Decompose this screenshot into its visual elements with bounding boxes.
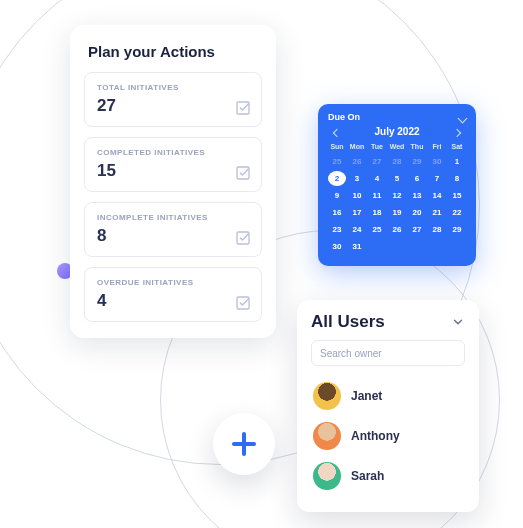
stat-card[interactable]: OVERDUE INITIATIVES4 <box>84 267 262 322</box>
calendar-day[interactable]: 4 <box>368 171 386 186</box>
calendar-day[interactable]: 15 <box>448 188 466 203</box>
stat-value: 8 <box>97 226 249 246</box>
calendar-month[interactable]: July 2022 <box>328 126 466 137</box>
calendar-day[interactable]: 28 <box>428 222 446 237</box>
calendar-day[interactable]: 2 <box>328 171 346 186</box>
stat-value: 15 <box>97 161 249 181</box>
calendar-day[interactable]: 31 <box>348 239 366 254</box>
stat-card[interactable]: COMPLETED INITIATIVES15 <box>84 137 262 192</box>
calendar-day[interactable]: 19 <box>388 205 406 220</box>
calendar-day[interactable]: 25 <box>368 222 386 237</box>
calendar-day[interactable]: 20 <box>408 205 426 220</box>
stat-label: OVERDUE INITIATIVES <box>97 278 249 287</box>
calendar-day-prev[interactable]: 26 <box>348 154 366 169</box>
calendar-day[interactable]: 7 <box>428 171 446 186</box>
calendar-day[interactable]: 27 <box>408 222 426 237</box>
stat-label: INCOMPLETE INITIATIVES <box>97 213 249 222</box>
checkbox-icon <box>235 100 251 116</box>
stat-card[interactable]: TOTAL INITIATIVES27 <box>84 72 262 127</box>
calendar-day[interactable]: 16 <box>328 205 346 220</box>
user-name: Sarah <box>351 469 384 483</box>
calendar-day[interactable]: 18 <box>368 205 386 220</box>
calendar-day[interactable]: 3 <box>348 171 366 186</box>
checkbox-icon <box>235 295 251 311</box>
calendar-day-prev[interactable]: 28 <box>388 154 406 169</box>
calendar-day[interactable]: 14 <box>428 188 446 203</box>
calendar-day[interactable]: 11 <box>368 188 386 203</box>
calendar-day-prev[interactable]: 27 <box>368 154 386 169</box>
plus-icon <box>229 429 259 459</box>
stat-value: 27 <box>97 96 249 116</box>
due-on-dropdown[interactable]: Due On <box>328 112 466 122</box>
calendar-weekday: Mon <box>348 141 366 152</box>
calendar-weekday: Tue <box>368 141 386 152</box>
user-item[interactable]: Anthony <box>311 416 465 456</box>
svg-rect-0 <box>237 102 249 114</box>
calendar-weekday: Fri <box>428 141 446 152</box>
calendar-day-prev[interactable]: 29 <box>408 154 426 169</box>
avatar <box>313 462 341 490</box>
user-name: Anthony <box>351 429 400 443</box>
search-placeholder: Search owner <box>320 348 382 359</box>
calendar-day[interactable]: 23 <box>328 222 346 237</box>
calendar-weekday: Sun <box>328 141 346 152</box>
user-item[interactable]: Janet <box>311 376 465 416</box>
stat-label: TOTAL INITIATIVES <box>97 83 249 92</box>
calendar-day[interactable]: 9 <box>328 188 346 203</box>
plan-title: Plan your Actions <box>88 43 262 60</box>
users-dropdown[interactable]: All Users <box>311 312 465 332</box>
calendar-weekday: Thu <box>408 141 426 152</box>
calendar-day-prev[interactable]: 25 <box>328 154 346 169</box>
calendar-day[interactable]: 17 <box>348 205 366 220</box>
svg-rect-2 <box>237 232 249 244</box>
calendar-day[interactable]: 29 <box>448 222 466 237</box>
calendar-day[interactable]: 13 <box>408 188 426 203</box>
checkbox-icon <box>235 230 251 246</box>
plan-card: Plan your Actions TOTAL INITIATIVES27COM… <box>70 25 276 338</box>
calendar-day[interactable]: 8 <box>448 171 466 186</box>
svg-rect-3 <box>237 297 249 309</box>
calendar-day[interactable]: 1 <box>448 154 466 169</box>
user-name: Janet <box>351 389 382 403</box>
calendar-day[interactable]: 12 <box>388 188 406 203</box>
calendar-grid: SunMonTueWedThuFriSat2526272829301234567… <box>328 141 466 254</box>
stat-label: COMPLETED INITIATIVES <box>97 148 249 157</box>
calendar-card: Due On July 2022 SunMonTueWedThuFriSat25… <box>318 104 476 266</box>
stat-value: 4 <box>97 291 249 311</box>
calendar-day[interactable]: 6 <box>408 171 426 186</box>
svg-rect-1 <box>237 167 249 179</box>
calendar-day[interactable]: 26 <box>388 222 406 237</box>
add-button[interactable] <box>213 413 275 475</box>
stat-card[interactable]: INCOMPLETE INITIATIVES8 <box>84 202 262 257</box>
users-card: All Users Search owner JanetAnthonySarah <box>297 300 479 512</box>
calendar-day[interactable]: 21 <box>428 205 446 220</box>
calendar-day-prev[interactable]: 30 <box>428 154 446 169</box>
calendar-day[interactable]: 30 <box>328 239 346 254</box>
calendar-weekday: Sat <box>448 141 466 152</box>
checkbox-icon <box>235 165 251 181</box>
avatar <box>313 382 341 410</box>
search-owner-input[interactable]: Search owner <box>311 340 465 366</box>
chevron-down-icon <box>451 315 465 329</box>
calendar-day[interactable]: 22 <box>448 205 466 220</box>
calendar-day[interactable]: 10 <box>348 188 366 203</box>
calendar-day[interactable]: 24 <box>348 222 366 237</box>
avatar <box>313 422 341 450</box>
user-item[interactable]: Sarah <box>311 456 465 496</box>
calendar-day[interactable]: 5 <box>388 171 406 186</box>
users-title: All Users <box>311 312 385 332</box>
calendar-weekday: Wed <box>388 141 406 152</box>
